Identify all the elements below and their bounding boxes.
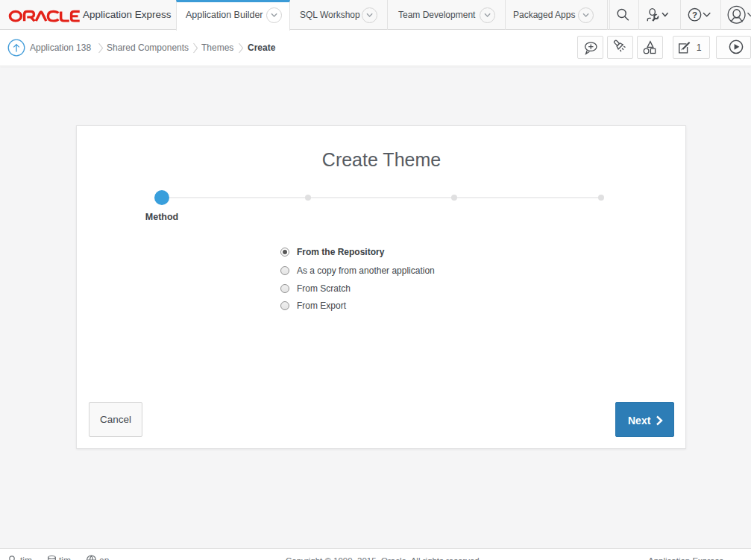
svg-text:1: 1 (697, 43, 702, 53)
svg-text:?: ? (692, 10, 697, 19)
